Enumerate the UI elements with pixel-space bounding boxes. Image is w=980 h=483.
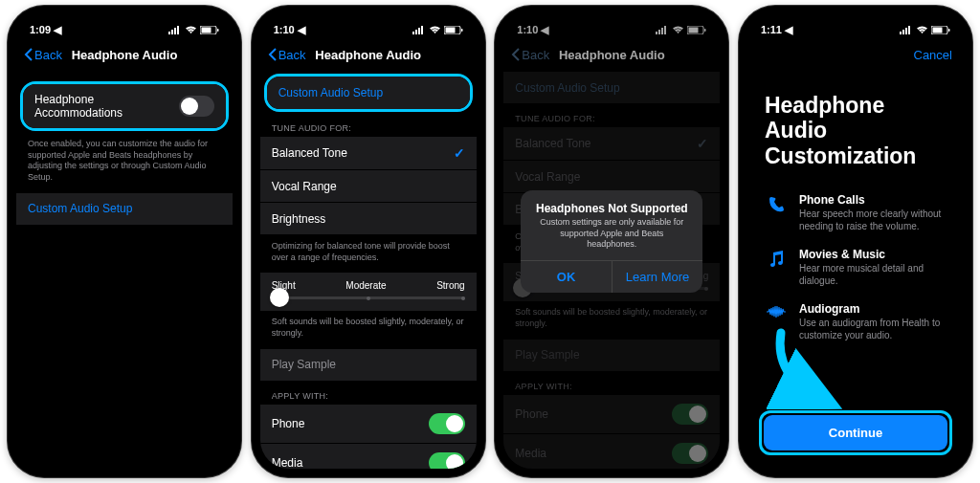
svg-rect-0 <box>168 32 170 34</box>
signal-icon <box>900 26 913 34</box>
play-sample-button[interactable]: Play Sample <box>260 349 477 382</box>
headphone-accommodations-row[interactable]: Headphone Accommodations <box>23 84 226 128</box>
feature-title: Audiogram <box>799 302 947 316</box>
feature-title: Movies & Music <box>799 248 947 261</box>
page-title: Headphone Audio Customization <box>747 72 964 186</box>
battery-icon <box>200 26 219 34</box>
feature-movies-music: Movies & Music Hear more musical detail … <box>747 240 964 295</box>
continue-button[interactable]: Continue <box>764 415 947 450</box>
toggle-label: Headphone Accommodations <box>34 93 179 120</box>
slider-thumb[interactable] <box>270 288 289 307</box>
pointer-arrow-icon <box>767 323 853 409</box>
highlight-custom-setup: Custom Audio Setup <box>264 74 473 112</box>
apply-media-row[interactable]: Media <box>260 444 477 469</box>
alert-overlay: Headphones Not Supported Custom settings… <box>503 14 720 469</box>
phone-icon <box>765 193 788 214</box>
highlight-accommodations: Headphone Accommodations <box>20 81 229 131</box>
nav-bar: Back Headphone Audio <box>260 39 477 72</box>
svg-rect-27 <box>948 29 950 32</box>
alert-ok-button[interactable]: OK <box>521 261 612 293</box>
custom-audio-setup-link[interactable]: Custom Audio Setup <box>267 77 470 109</box>
signal-icon <box>412 26 426 34</box>
feature-desc: Hear more musical detail and dialogue. <box>799 262 947 287</box>
music-icon <box>765 248 788 269</box>
option-brightness[interactable]: Brightness <box>260 203 477 235</box>
svg-rect-10 <box>421 26 423 34</box>
phone-2: 1:10 ◀ Back Headphone Audio Custom Audio… <box>252 6 485 477</box>
page-title: Headphone Audio <box>16 48 233 62</box>
nav-bar: Cancel <box>747 39 964 72</box>
tune-desc: Optimizing for balanced tone will provid… <box>260 235 477 273</box>
accommodations-toggle[interactable] <box>179 96 214 117</box>
svg-rect-8 <box>415 30 417 34</box>
page-title: Headphone Audio <box>260 48 477 62</box>
boost-desc: Soft sounds will be boosted slightly, mo… <box>260 311 477 348</box>
wifi-icon <box>429 26 441 34</box>
audiogram-icon <box>765 302 788 319</box>
signal-icon <box>168 26 182 34</box>
svg-rect-22 <box>902 30 904 34</box>
feature-desc: Hear speech more clearly without needing… <box>799 208 947 232</box>
svg-rect-9 <box>418 28 420 34</box>
alert-dialog: Headphones Not Supported Custom settings… <box>521 190 702 293</box>
feature-title: Phone Calls <box>799 193 947 207</box>
svg-rect-6 <box>217 29 219 32</box>
feature-phone-calls: Phone Calls Hear speech more clearly wit… <box>747 186 964 240</box>
phone-4: 1:11 ◀ Cancel Headphone Audio Customizat… <box>739 6 972 477</box>
svg-rect-13 <box>461 29 463 32</box>
svg-rect-21 <box>900 32 902 34</box>
nav-bar: Back Headphone Audio <box>16 39 233 72</box>
wifi-icon <box>185 26 197 34</box>
media-toggle[interactable] <box>429 452 465 469</box>
svg-rect-26 <box>932 27 942 33</box>
option-balanced[interactable]: Balanced Tone✓ <box>260 137 477 170</box>
alert-message: Custom settings are only available for s… <box>521 217 702 260</box>
svg-rect-12 <box>445 27 455 33</box>
boost-slider-row: SlightModerateStrong <box>260 273 477 311</box>
svg-rect-23 <box>905 28 907 34</box>
option-vocal[interactable]: Vocal Range <box>260 170 477 203</box>
apply-header: APPLY WITH: <box>260 382 477 405</box>
apply-phone-row[interactable]: Phone <box>260 405 477 444</box>
svg-rect-5 <box>202 27 212 33</box>
battery-icon <box>444 26 463 34</box>
check-icon: ✓ <box>454 145 465 161</box>
tune-header: TUNE AUDIO FOR: <box>260 114 477 137</box>
alert-learn-button[interactable]: Learn More <box>612 261 703 293</box>
accommodations-desc: Once enabled, you can customize the audi… <box>16 133 233 193</box>
svg-rect-3 <box>177 26 179 34</box>
custom-audio-setup-link[interactable]: Custom Audio Setup <box>16 193 233 226</box>
svg-rect-24 <box>908 26 910 34</box>
phone-3: 1:10 ◀ Back Headphone Audio Custom Audio… <box>495 6 728 477</box>
phone-toggle[interactable] <box>429 413 465 434</box>
phone-1: 1:09 ◀ Back Headphone Audio Headphone Ac… <box>8 6 241 477</box>
alert-title: Headphones Not Supported <box>521 190 702 217</box>
svg-rect-1 <box>171 30 173 34</box>
cancel-button[interactable]: Cancel <box>914 48 952 62</box>
svg-rect-2 <box>174 28 176 34</box>
highlight-continue: Continue <box>759 410 952 455</box>
battery-icon <box>931 26 950 34</box>
svg-rect-7 <box>412 32 414 34</box>
wifi-icon <box>916 26 928 34</box>
boost-slider[interactable] <box>272 296 465 299</box>
